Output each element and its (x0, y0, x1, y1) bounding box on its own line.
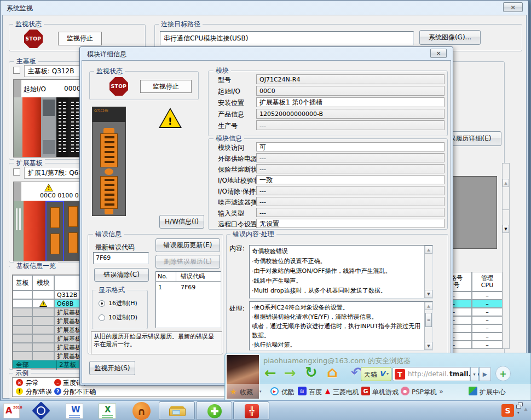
scroll-thumb[interactable]: ≡ (425, 313, 432, 327)
engine-name: 天猫 (364, 370, 377, 380)
youku-icon[interactable]: ▶ (270, 387, 279, 395)
serial-field: --- (256, 120, 445, 130)
bookmark-favorites[interactable]: 收藏 (240, 388, 253, 397)
error-history-list[interactable]: No. 错误代码 1 7F69 (155, 271, 221, 328)
content-label: 内容: (229, 244, 245, 253)
column-header: No. (156, 272, 176, 282)
dec-radio-label[interactable]: 10进制(D) (108, 313, 137, 322)
chevron-down-icon[interactable]: ▾ (259, 389, 262, 394)
word-letter: W (71, 405, 80, 415)
address-bar[interactable]: T http://detail. tmall.co (393, 367, 470, 381)
module-group-label: 模块 (213, 67, 231, 74)
refresh-icon[interactable]: ↻ (305, 364, 318, 381)
sogou-tray-icon[interactable]: S (501, 404, 514, 417)
taskbar-icon-word[interactable]: W (66, 403, 83, 419)
action-label: 处理: (229, 304, 245, 313)
io-clear-field: --- (256, 186, 445, 195)
orange-connector (100, 176, 118, 209)
star-icon[interactable]: ★ (230, 387, 237, 396)
search-engine-select[interactable]: 天猫 V ▾ (361, 367, 391, 381)
bookmark-youku[interactable]: 优酷 (281, 388, 295, 397)
url-prefix: http://detail. (408, 370, 448, 378)
excel-letter: X (105, 405, 111, 415)
chevron-down-icon[interactable]: ▾ (517, 411, 520, 415)
browser-popup: piaohuamengxing@163.com 的安全浏览器 ← → ↻ ⌂ ↶… (224, 353, 531, 400)
list-item[interactable]: 1 (158, 284, 162, 291)
screen: 系统监视 × 监视状态 STOP 监视停止 连接目标路径 串行通信CPU模块连接… (0, 0, 531, 420)
field-label: 模块访问 (218, 143, 244, 153)
chevron-down-icon: ▾ (386, 371, 389, 376)
scrollbar[interactable]: ▲ ≡ ▼ (424, 302, 432, 350)
taskbar-icon-music[interactable]: ∩ (132, 402, 151, 420)
error-info-label: 错误信息 (93, 230, 124, 238)
stop-icon: STOP (109, 77, 128, 96)
restore-windows-icon-2[interactable] (516, 405, 521, 409)
plc-tool-icon: ╬ (245, 404, 259, 418)
bookmark-mitsubishi[interactable]: 三菱电机 (333, 388, 359, 397)
back-icon[interactable]: ← (264, 365, 276, 381)
autocad-year: 2010 (13, 406, 19, 409)
input-type-field: --- (256, 208, 445, 217)
bookmark-baidu[interactable]: 百度 (309, 388, 322, 397)
baidu-icon[interactable]: 百 (298, 387, 307, 395)
bookmark-extension-center[interactable]: 扩展中心 (480, 388, 506, 397)
monitor-start-button[interactable]: 监视开始(S) (89, 361, 135, 375)
psp-icon[interactable]: ● (401, 387, 409, 395)
show-hidden-icons[interactable]: ▲ (524, 406, 528, 412)
url-dropdown-button[interactable]: ▾ (470, 367, 478, 381)
close-icon[interactable]: × (430, 49, 447, 58)
display-format-group (92, 290, 148, 329)
shield-icon[interactable]: + (495, 366, 511, 381)
connector-pins (105, 179, 114, 206)
history-note: 从旧的履历开始显示错误履历。最新的错误显示在最后一行。 (91, 331, 222, 354)
monitor-state-box: 监视停止 (140, 80, 192, 93)
taskbar-icon-compass[interactable] (32, 402, 50, 419)
module-info-label: 模块信息 (213, 135, 244, 142)
ext-power-field: --- (256, 153, 445, 162)
mitsubishi-icon[interactable]: ▲ (325, 387, 330, 395)
home-icon[interactable]: ⌂ (327, 363, 338, 381)
connector-tab (105, 209, 113, 214)
latest-error-code-field[interactable]: 7F69 (93, 252, 149, 264)
error-clear-button[interactable]: 错误清除(C) (94, 268, 149, 282)
scrollbar[interactable]: ▲ ▼ (424, 246, 432, 298)
hex-radio-label[interactable]: 16进制(H) (108, 299, 137, 307)
error-action-textarea[interactable]: ·使Q系列C24符合对象设备的设置。 ·根据错误初始化请求(YE/YF)，清除错… (249, 301, 433, 351)
taskbar-button-plc-tool[interactable]: ╬ (233, 401, 269, 420)
hex-radio[interactable] (99, 300, 105, 307)
taskbar-button-antivirus[interactable] (196, 401, 232, 420)
error-history-update-button[interactable]: 错误履历更新(E) (155, 238, 220, 252)
module-image: QJ71C24N (92, 107, 126, 216)
model-field: QJ71C24N-R4 (256, 74, 445, 84)
orange-connector (100, 133, 118, 167)
taskbar-button-explorer[interactable] (159, 401, 195, 420)
display-format-label: 显示格式 (96, 286, 127, 294)
dec-radio[interactable] (99, 314, 105, 321)
column-header: 错误代码 (176, 272, 221, 282)
forward-icon[interactable]: → (284, 365, 296, 381)
cross-v (213, 407, 216, 415)
error-content-textarea[interactable]: 奇偶校验错误 ·奇偶校验位的设置不正确。 ·由于对象站的电源ON/OFF操作，线… (249, 245, 433, 299)
delete-error-history-button[interactable]: 删除错误履历(L) (155, 255, 220, 269)
list-item[interactable]: 7F69 (181, 284, 195, 291)
game-icon[interactable]: G (361, 387, 370, 395)
field-label: 型号 (218, 75, 231, 85)
go-button[interactable]: ▶ (479, 367, 491, 381)
taskbar-icon-excel[interactable]: X (99, 403, 116, 419)
more-bookmarks-icon[interactable]: » (439, 387, 443, 395)
bookmark-game[interactable]: 单机游戏 (372, 388, 399, 397)
connector-pins (105, 136, 114, 165)
compass-ring (37, 406, 45, 415)
extension-center-icon[interactable] (469, 387, 477, 395)
bookmark-psp[interactable]: PSP掌机 (412, 388, 437, 397)
dialog-title: 模块详细信息 (87, 50, 126, 59)
hw-info-button[interactable]: H/W信息(I) (159, 215, 204, 229)
error-action-text: ·使Q系列C24符合对象设备的设置。 ·根据错误初始化请求(YE/YF)，清除错… (252, 303, 422, 349)
latest-error-label: 最新错误代码 (95, 243, 135, 252)
module-access-field: 可 (256, 142, 445, 151)
connector-screw (105, 168, 113, 175)
folder-doc (172, 410, 180, 415)
taskbar-icon-autocad[interactable]: A 2010 (3, 403, 20, 418)
bookmarks-bar: ★ 收藏 ▾ ▶ 优酷 百 百度 ▲ 三菱电机 G 单机游戏 ● PSP掌机 »… (226, 384, 531, 400)
start-io-field: 00C0 (256, 86, 445, 96)
